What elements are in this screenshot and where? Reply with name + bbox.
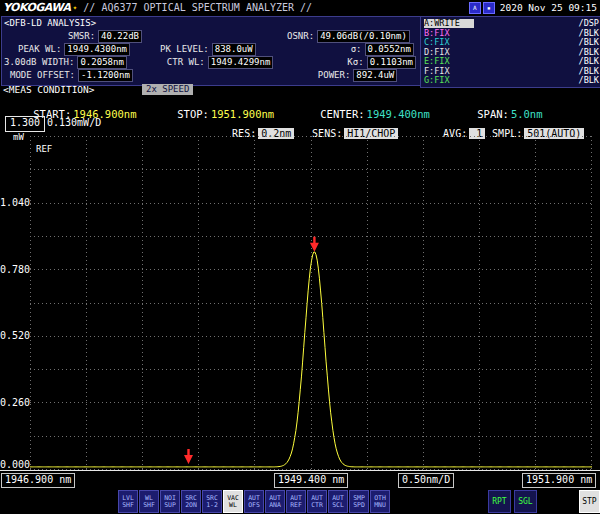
softkey-src-2on[interactable]: SRC2ON [181, 490, 201, 513]
smsr-label: SMSR: [68, 31, 95, 41]
softkey-bar: LVLSHFWLSHFNOISUPSRC2ONSRC1-2VACWLAUTOFS… [0, 489, 600, 514]
softkey-smp-spd[interactable]: SMPSPD [349, 490, 369, 513]
trace-state-label: C:FIX [424, 38, 474, 47]
trace-display-state: /BLK [579, 76, 599, 85]
power-value: 892.4uW [353, 69, 397, 82]
peak-wl-value: 1949.4300nm [64, 43, 130, 56]
y-axis-tick: 1.040 [0, 197, 27, 208]
dfb-ld-analysis-panel: <DFB-LD ANALYSIS> SMSR: 40.22dB OSNR: 49… [1, 16, 425, 86]
y-axis-tick: 0.780 [0, 264, 27, 275]
peak-marker-icon [310, 237, 319, 252]
status-indicator-a-icon: A [469, 2, 481, 14]
trace-row-c[interactable]: C:FIX/BLK [424, 38, 600, 47]
mode-offset-label: MODE OFFSET: [10, 70, 75, 80]
ctr-wl-value: 1949.4299nm [208, 56, 274, 69]
single-sweep-button[interactable]: SGL [514, 490, 537, 513]
softkey-wl-shf[interactable]: WLSHF [139, 490, 159, 513]
status-indicators: A ▪ [469, 2, 495, 14]
x-axis-line [0, 470, 600, 471]
trace-row-e[interactable]: E:FIX/BLK [424, 57, 600, 66]
page-title: // AQ6377 OPTICAL SPECTRUM ANALYZER // [83, 2, 312, 13]
softkey-lvl-shf[interactable]: LVLSHF [118, 490, 138, 513]
pk-level-label: PK LEVEL: [160, 44, 209, 54]
osnr-label: OSNR: [287, 31, 314, 41]
width-label: 3.00dB WIDTH: [4, 57, 74, 67]
analysis-row-2: PEAK WL: 1949.4300nm PK LEVEL: 838.0uW σ… [4, 43, 422, 55]
mode-offset-value: -1.1200nm [78, 69, 133, 82]
analysis-row-4: MODE OFFSET: -1.1200nm POWER: 892.4uW [4, 69, 422, 81]
x-axis-per-div-label: 0.50nm/D [398, 473, 454, 488]
trace-display-state: /BLK [579, 38, 599, 47]
ctr-wl-label: CTR WL: [167, 57, 205, 67]
trace-display-state: /BLK [579, 67, 599, 76]
power-label: POWER: [318, 70, 351, 80]
y-axis-tick: 0.520 [0, 330, 27, 341]
trace-display-state: /BLK [579, 29, 599, 38]
trace-state-label: G:FIX [424, 76, 474, 85]
repeat-sweep-button[interactable]: RPT [488, 490, 511, 513]
stop-sweep-button[interactable]: STP [579, 490, 600, 513]
smsr-value: 40.22dB [98, 30, 142, 43]
softkey-vac-wl[interactable]: VACWL [223, 490, 243, 513]
ref-label: REF [36, 144, 52, 154]
plot-markers [184, 237, 319, 464]
side-mode-marker-icon [184, 449, 193, 464]
y-axis-tick: 0.000 [0, 459, 27, 470]
trace-state-label: E:FIX [424, 57, 474, 66]
spectrum-plot[interactable] [30, 136, 592, 470]
trace-row-f[interactable]: F:FIX/BLK [424, 67, 600, 76]
analysis-row-1: SMSR: 40.22dB OSNR: 49.06dB(/0.10nm) [4, 30, 422, 42]
analysis-header: <DFB-LD ANALYSIS> [4, 18, 422, 29]
softkey-aut-scl[interactable]: AUTSCL [328, 490, 348, 513]
softkey-aut-ref[interactable]: AUTREF [286, 490, 306, 513]
status-indicator-b-icon: ▪ [483, 2, 495, 14]
trace-row-a[interactable]: A:WRITE/DSP [424, 19, 600, 28]
trace-panel: A:WRITE/DSPB:FIX/BLKC:FIX/BLKD:FIX/BLKE:… [420, 16, 600, 88]
level-unit-label: mW [13, 132, 24, 142]
trace-display-state: /BLK [579, 57, 599, 66]
titlebar: YOKOGAWA ✦ // AQ6377 OPTICAL SPECTRUM AN… [0, 0, 600, 15]
y-axis-tick: 0.260 [0, 397, 27, 408]
trace-state-label: A:WRITE [424, 19, 474, 28]
stop-label: STOP: [177, 108, 209, 120]
analysis-row-3: 3.00dB WIDTH: 0.2058nm CTR WL: 1949.4299… [4, 56, 422, 68]
meas-condition-header: <MEAS CONDITION> [3, 84, 95, 95]
osa-screen: YOKOGAWA ✦ // AQ6377 OPTICAL SPECTRUM AN… [0, 0, 600, 514]
trace-display-state: /BLK [579, 48, 599, 57]
sigma-label: σ: [351, 44, 362, 54]
softkey-noi-sup[interactable]: NOISUP [160, 490, 180, 513]
trace-state-label: B:FIX [424, 29, 474, 38]
plot-grid [30, 136, 592, 470]
trace-display-state: /DSP [579, 19, 599, 28]
x-axis-center-label: 1949.400 nm [274, 473, 348, 488]
osnr-value: 49.06dB(/0.10nm) [317, 30, 410, 43]
ksigma-label: Kσ: [347, 57, 363, 67]
trace-row-g[interactable]: G:FIX/BLK [424, 76, 600, 85]
speed-badge: 2x SPEED [142, 84, 193, 95]
datetime: 2020 Nov 25 09:15 [500, 2, 597, 13]
softkey-aut-ctr[interactable]: AUTCTR [307, 490, 327, 513]
level-per-div[interactable]: 0.130mW/D [47, 117, 101, 128]
softkey-oth-mnu[interactable]: OTHMNU [370, 490, 390, 513]
trace-row-b[interactable]: B:FIX/BLK [424, 29, 600, 38]
softkey-aut-ana[interactable]: AUTANA [265, 490, 285, 513]
x-axis-stop-label: 1951.900 nm [522, 473, 596, 488]
ref-level-top-value[interactable]: 1.300 [5, 116, 45, 132]
trace-state-label: F:FIX [424, 67, 474, 76]
x-axis-start-label: 1946.900 nm [1, 473, 75, 488]
pk-level-value: 838.0uW [212, 43, 256, 56]
softkey-src-1-2[interactable]: SRC1-2 [202, 490, 222, 513]
ksigma-value: 0.1103nm [367, 56, 416, 69]
peak-wl-label: PEAK WL: [18, 44, 61, 54]
sigma-value: 0.0552nm [365, 43, 414, 56]
trace-row-d[interactable]: D:FIX/BLK [424, 48, 600, 57]
width-value: 0.2058nm [77, 56, 126, 69]
yokogawa-logo: YOKOGAWA [3, 1, 71, 14]
softkey-aut-ofs[interactable]: AUTOFS [244, 490, 264, 513]
trace-state-label: D:FIX [424, 48, 474, 57]
yokogawa-logo-mark-icon: ✦ [73, 3, 78, 12]
softkey-row: LVLSHFWLSHFNOISUPSRC2ONSRC1-2VACWLAUTOFS… [118, 490, 391, 513]
